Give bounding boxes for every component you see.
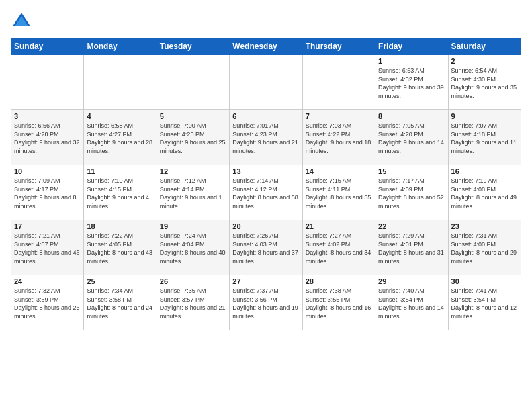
day-number: 12 bbox=[160, 167, 226, 175]
day-number: 23 bbox=[451, 222, 518, 230]
day-info: Sunrise: 7:09 AM Sunset: 4:17 PM Dayligh… bbox=[14, 177, 81, 210]
header bbox=[11, 11, 521, 32]
calendar-cell: 1Sunrise: 6:53 AM Sunset: 4:32 PM Daylig… bbox=[375, 55, 448, 110]
calendar-cell: 8Sunrise: 7:05 AM Sunset: 4:20 PM Daylig… bbox=[375, 110, 448, 165]
calendar-cell: 25Sunrise: 7:34 AM Sunset: 3:58 PM Dayli… bbox=[84, 275, 157, 330]
day-info: Sunrise: 7:26 AM Sunset: 4:03 PM Dayligh… bbox=[232, 232, 299, 265]
logo bbox=[11, 11, 35, 32]
calendar-cell: 4Sunrise: 6:58 AM Sunset: 4:27 PM Daylig… bbox=[84, 110, 157, 165]
day-info: Sunrise: 7:41 AM Sunset: 3:54 PM Dayligh… bbox=[451, 287, 518, 320]
calendar-cell bbox=[11, 55, 84, 110]
calendar-cell: 24Sunrise: 7:32 AM Sunset: 3:59 PM Dayli… bbox=[11, 275, 84, 330]
day-info: Sunrise: 7:00 AM Sunset: 4:25 PM Dayligh… bbox=[160, 122, 226, 155]
day-info: Sunrise: 7:12 AM Sunset: 4:14 PM Dayligh… bbox=[160, 177, 226, 210]
calendar-week-4: 17Sunrise: 7:21 AM Sunset: 4:07 PM Dayli… bbox=[11, 220, 521, 275]
day-number: 6 bbox=[232, 112, 299, 120]
day-number: 14 bbox=[306, 167, 372, 175]
day-number: 17 bbox=[14, 222, 81, 230]
day-info: Sunrise: 7:34 AM Sunset: 3:58 PM Dayligh… bbox=[87, 287, 153, 320]
calendar-cell: 22Sunrise: 7:29 AM Sunset: 4:01 PM Dayli… bbox=[375, 220, 448, 275]
calendar-cell: 20Sunrise: 7:26 AM Sunset: 4:03 PM Dayli… bbox=[230, 220, 302, 275]
day-info: Sunrise: 7:31 AM Sunset: 4:00 PM Dayligh… bbox=[451, 232, 518, 265]
calendar-header-row: SundayMondayTuesdayWednesdayThursdayFrid… bbox=[11, 38, 521, 55]
day-info: Sunrise: 7:24 AM Sunset: 4:04 PM Dayligh… bbox=[160, 232, 226, 265]
day-info: Sunrise: 6:58 AM Sunset: 4:27 PM Dayligh… bbox=[87, 122, 153, 155]
day-number: 5 bbox=[160, 112, 226, 120]
day-number: 25 bbox=[87, 277, 153, 285]
calendar-cell bbox=[157, 55, 229, 110]
calendar-cell: 26Sunrise: 7:35 AM Sunset: 3:57 PM Dayli… bbox=[157, 275, 229, 330]
calendar-header-friday: Friday bbox=[375, 38, 448, 55]
day-info: Sunrise: 7:32 AM Sunset: 3:59 PM Dayligh… bbox=[14, 287, 81, 320]
calendar-cell: 11Sunrise: 7:10 AM Sunset: 4:15 PM Dayli… bbox=[84, 165, 157, 220]
calendar-cell: 16Sunrise: 7:19 AM Sunset: 4:08 PM Dayli… bbox=[448, 165, 521, 220]
day-info: Sunrise: 7:15 AM Sunset: 4:11 PM Dayligh… bbox=[306, 177, 372, 210]
calendar-cell: 30Sunrise: 7:41 AM Sunset: 3:54 PM Dayli… bbox=[448, 275, 521, 330]
calendar-cell: 2Sunrise: 6:54 AM Sunset: 4:30 PM Daylig… bbox=[448, 55, 521, 110]
day-number: 29 bbox=[378, 277, 445, 285]
calendar-cell: 6Sunrise: 7:01 AM Sunset: 4:23 PM Daylig… bbox=[230, 110, 302, 165]
calendar-cell: 3Sunrise: 6:56 AM Sunset: 4:28 PM Daylig… bbox=[11, 110, 84, 165]
calendar-cell: 21Sunrise: 7:27 AM Sunset: 4:02 PM Dayli… bbox=[302, 220, 375, 275]
calendar-header-sunday: Sunday bbox=[11, 38, 84, 55]
calendar-cell: 19Sunrise: 7:24 AM Sunset: 4:04 PM Dayli… bbox=[157, 220, 229, 275]
day-info: Sunrise: 6:53 AM Sunset: 4:32 PM Dayligh… bbox=[378, 66, 445, 100]
day-number: 2 bbox=[451, 57, 518, 65]
calendar-cell: 13Sunrise: 7:14 AM Sunset: 4:12 PM Dayli… bbox=[230, 165, 302, 220]
calendar-cell: 27Sunrise: 7:37 AM Sunset: 3:56 PM Dayli… bbox=[230, 275, 302, 330]
calendar-header-thursday: Thursday bbox=[302, 38, 375, 55]
day-info: Sunrise: 7:29 AM Sunset: 4:01 PM Dayligh… bbox=[378, 232, 445, 265]
day-number: 7 bbox=[306, 112, 372, 120]
day-number: 11 bbox=[87, 167, 153, 175]
calendar-week-2: 3Sunrise: 6:56 AM Sunset: 4:28 PM Daylig… bbox=[11, 110, 521, 165]
day-info: Sunrise: 7:05 AM Sunset: 4:20 PM Dayligh… bbox=[378, 122, 445, 155]
calendar-cell: 5Sunrise: 7:00 AM Sunset: 4:25 PM Daylig… bbox=[157, 110, 229, 165]
day-number: 26 bbox=[160, 277, 226, 285]
day-number: 30 bbox=[451, 277, 518, 285]
day-info: Sunrise: 7:21 AM Sunset: 4:07 PM Dayligh… bbox=[14, 232, 81, 265]
calendar-week-3: 10Sunrise: 7:09 AM Sunset: 4:17 PM Dayli… bbox=[11, 165, 521, 220]
calendar-cell: 29Sunrise: 7:40 AM Sunset: 3:54 PM Dayli… bbox=[375, 275, 448, 330]
day-number: 21 bbox=[306, 222, 372, 230]
day-info: Sunrise: 7:10 AM Sunset: 4:15 PM Dayligh… bbox=[87, 177, 153, 210]
calendar-header-wednesday: Wednesday bbox=[230, 38, 302, 55]
calendar-cell: 18Sunrise: 7:22 AM Sunset: 4:05 PM Dayli… bbox=[84, 220, 157, 275]
day-number: 4 bbox=[87, 112, 153, 120]
calendar-cell: 17Sunrise: 7:21 AM Sunset: 4:07 PM Dayli… bbox=[11, 220, 84, 275]
day-number: 8 bbox=[378, 112, 445, 120]
day-number: 20 bbox=[232, 222, 299, 230]
day-info: Sunrise: 7:07 AM Sunset: 4:18 PM Dayligh… bbox=[451, 122, 518, 155]
day-number: 10 bbox=[14, 167, 81, 175]
calendar-cell: 9Sunrise: 7:07 AM Sunset: 4:18 PM Daylig… bbox=[448, 110, 521, 165]
calendar-cell bbox=[230, 55, 302, 110]
day-info: Sunrise: 7:17 AM Sunset: 4:09 PM Dayligh… bbox=[378, 177, 445, 210]
page: SundayMondayTuesdayWednesdayThursdayFrid… bbox=[0, 0, 532, 411]
logo-icon bbox=[11, 11, 32, 32]
day-number: 3 bbox=[14, 112, 81, 120]
calendar-header-tuesday: Tuesday bbox=[157, 38, 229, 55]
calendar-cell bbox=[302, 55, 375, 110]
calendar-cell bbox=[84, 55, 157, 110]
calendar-cell: 15Sunrise: 7:17 AM Sunset: 4:09 PM Dayli… bbox=[375, 165, 448, 220]
day-number: 19 bbox=[160, 222, 226, 230]
day-info: Sunrise: 7:01 AM Sunset: 4:23 PM Dayligh… bbox=[232, 122, 299, 155]
calendar-cell: 7Sunrise: 7:03 AM Sunset: 4:22 PM Daylig… bbox=[302, 110, 375, 165]
day-number: 24 bbox=[14, 277, 81, 285]
calendar-cell: 28Sunrise: 7:38 AM Sunset: 3:55 PM Dayli… bbox=[302, 275, 375, 330]
day-info: Sunrise: 7:19 AM Sunset: 4:08 PM Dayligh… bbox=[451, 177, 518, 210]
calendar-header-saturday: Saturday bbox=[448, 38, 521, 55]
day-info: Sunrise: 7:03 AM Sunset: 4:22 PM Dayligh… bbox=[306, 122, 372, 155]
day-number: 16 bbox=[451, 167, 518, 175]
day-info: Sunrise: 6:56 AM Sunset: 4:28 PM Dayligh… bbox=[14, 122, 81, 155]
day-info: Sunrise: 7:22 AM Sunset: 4:05 PM Dayligh… bbox=[87, 232, 153, 265]
day-number: 18 bbox=[87, 222, 153, 230]
day-number: 27 bbox=[232, 277, 299, 285]
calendar-body: 1Sunrise: 6:53 AM Sunset: 4:32 PM Daylig… bbox=[11, 55, 521, 330]
day-info: Sunrise: 7:35 AM Sunset: 3:57 PM Dayligh… bbox=[160, 287, 226, 320]
calendar-cell: 10Sunrise: 7:09 AM Sunset: 4:17 PM Dayli… bbox=[11, 165, 84, 220]
day-info: Sunrise: 7:37 AM Sunset: 3:56 PM Dayligh… bbox=[232, 287, 299, 320]
calendar-header-monday: Monday bbox=[84, 38, 157, 55]
calendar-week-5: 24Sunrise: 7:32 AM Sunset: 3:59 PM Dayli… bbox=[11, 275, 521, 330]
day-info: Sunrise: 7:40 AM Sunset: 3:54 PM Dayligh… bbox=[378, 287, 445, 320]
day-number: 15 bbox=[378, 167, 445, 175]
